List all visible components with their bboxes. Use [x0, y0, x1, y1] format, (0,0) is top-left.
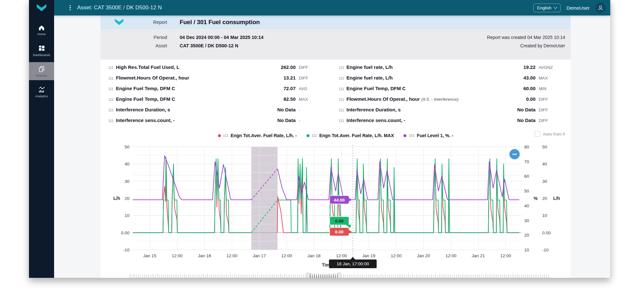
- chart-legend: 111Engn Tot.Aver. Fuel Rate, L/h. -111En…: [100, 131, 571, 140]
- axes-from-0-toggle[interactable]: Axes from 0: [535, 131, 565, 137]
- legend-prefix: 101: [409, 134, 414, 137]
- metric-prefix: 111: [108, 66, 116, 70]
- metric-prefix: 111: [339, 66, 346, 70]
- right-lh-axis-tick: -10: [542, 248, 549, 252]
- metric-aggregation: MAX: [539, 76, 557, 80]
- metric-value: No Data: [517, 107, 535, 112]
- left-axis-tick: -10: [123, 248, 129, 252]
- svg-text:44.00: 44.00: [334, 198, 345, 203]
- x-axis-tick: Jan 18: [308, 253, 321, 258]
- kebab-menu-icon[interactable]: [68, 4, 72, 12]
- created-by-text: Created by DemoUser: [520, 43, 565, 48]
- right-pct-axis-tick: 40: [524, 203, 529, 208]
- left-axis-tick: 0.00: [121, 231, 129, 235]
- metric-value: 43.00: [523, 75, 535, 80]
- legend-label: Engn Tot.Aver. Fuel Rate, L/h. MAX: [319, 133, 394, 138]
- legend-item[interactable]: 101Fuel Level 1, %. -: [403, 133, 453, 138]
- metric-prefix: 111: [108, 119, 116, 123]
- period-value: 04 Dec 2024 00:00 - 04 Mar 2025 10:14: [180, 35, 263, 40]
- right-pct-axis-tick: 20: [524, 233, 529, 238]
- meta-row-asset: Asset CAT 3500E / DK D500-12 N Created b…: [100, 42, 571, 50]
- metric-value: 262.00: [281, 64, 296, 70]
- scrubber-handle-right[interactable]: [338, 272, 341, 278]
- sidebar-item-dashboards[interactable]: Dashboards: [29, 42, 54, 60]
- metric-row: 111Engine Fuel Temp, DFM C82.50MAX: [108, 96, 317, 107]
- x-axis-tick: Jan 19: [362, 253, 375, 258]
- metric-value: No Data: [277, 118, 296, 123]
- metric-name: High Res.Total Fuel Used, L: [116, 64, 179, 70]
- metric-name: Interference sens.count, -: [116, 118, 175, 123]
- metric-value: No Data: [277, 107, 296, 112]
- metric-aggregation: -: [299, 108, 317, 112]
- tooltip-value-badge: 44.00: [330, 196, 352, 204]
- scrubber-handle-left[interactable]: [306, 272, 309, 278]
- metric-name: Engine fuel rate, L/h: [346, 75, 393, 80]
- report-meta: Period 04 Dec 2024 00:00 - 04 Mar 2025 1…: [100, 29, 571, 60]
- metrics-table: 111High Res.Total Fuel Used, L262.00DIFF…: [100, 60, 571, 131]
- metric-value: 60.00: [523, 86, 535, 91]
- legend-item[interactable]: 111Engn Tot.Aver. Fuel Rate, L/h. MAX: [307, 133, 394, 138]
- left-axis-tick: 20: [125, 196, 129, 201]
- language-selector[interactable]: English: [533, 4, 561, 12]
- metric-row: 111Interference Duration, sNo Data-: [108, 107, 317, 118]
- series-line: [133, 155, 251, 200]
- metric-prefix: 111: [339, 108, 346, 112]
- right-lh-axis-tick: 20: [542, 196, 547, 201]
- legend-label: Fuel Level 1, %. -: [417, 133, 453, 138]
- series-line: [278, 159, 519, 232]
- period-label: Period: [100, 35, 167, 40]
- metric-row: 111Engine fuel rate, L/h43.00MAX: [339, 75, 557, 86]
- user-avatar[interactable]: [595, 3, 606, 13]
- right-pct-axis-tick: 50: [524, 189, 529, 193]
- user-name: DemoUser: [566, 5, 590, 11]
- left-axis-tick: 30: [125, 179, 129, 184]
- meta-row-period: Period 04 Dec 2024 00:00 - 04 Mar 2025 1…: [100, 33, 571, 42]
- axes-from-0-label: Axes from 0: [543, 132, 565, 137]
- metric-name: Flowmet.Hours Of Operat., hour: [116, 75, 189, 80]
- metric-prefix: 111: [108, 87, 116, 91]
- x-axis-tick: Jan 20: [417, 253, 430, 258]
- chart-range-scrubber[interactable]: [100, 271, 571, 278]
- x-axis-tick: 12:00: [336, 253, 347, 258]
- asset-label: Asset: [100, 43, 167, 48]
- language-label: English: [537, 5, 551, 10]
- analytics-chart-icon: [38, 86, 45, 93]
- axes-from-0-checkbox[interactable]: [535, 131, 540, 137]
- sidebar-item-home[interactable]: Home: [29, 21, 54, 39]
- zoom-out-button[interactable]: [509, 149, 520, 159]
- legend-label: Engn Tot.Aver. Fuel Rate, L/h. -: [231, 133, 297, 138]
- brand-logo: [29, 0, 54, 15]
- x-axis-tick: 12:00: [281, 253, 292, 258]
- left-axis-title: L/h: [113, 196, 120, 201]
- sidebar-item-reports[interactable]: Reports: [29, 62, 54, 80]
- brand-chevron-icon: [36, 4, 47, 12]
- right-pct-axis-title: %: [534, 196, 538, 201]
- metric-prefix: 111: [339, 98, 346, 101]
- metric-value: 0.00: [526, 96, 535, 102]
- metric-prefix: 111: [339, 87, 346, 91]
- legend-prefix: 111: [312, 134, 317, 137]
- right-pct-axis-tick: 80: [524, 145, 529, 149]
- sidebar-item-analytics[interactable]: Analytics: [29, 83, 54, 101]
- right-pct-axis-tick: 30: [524, 218, 529, 223]
- x-axis-tick: 12:00: [391, 253, 402, 258]
- metric-note: (9.5. - Interference): [421, 97, 459, 102]
- home-icon: [38, 25, 45, 31]
- metric-row: 111Engine Fuel Temp, DFM C60.00MIN: [339, 86, 557, 96]
- metric-prefix: 111: [339, 76, 346, 80]
- metric-name: Interference Duration, s: [116, 107, 170, 112]
- svg-text:0.00: 0.00: [335, 230, 344, 234]
- sidebar-item-label: Dashboards: [33, 53, 50, 57]
- right-pct-axis-tick: 60: [524, 174, 529, 179]
- series-line: [278, 162, 519, 200]
- x-axis-tick: Jan 15: [143, 253, 156, 258]
- metric-row: 111Engine fuel rate, L/h19.22AVGNZ: [339, 64, 557, 75]
- main-area: Asset: CAT 3500E / DK D500-12 N English …: [54, 0, 610, 278]
- report-label: Report: [100, 20, 167, 25]
- metrics-column-left: 111High Res.Total Fuel Used, L262.00DIFF…: [100, 64, 336, 128]
- metric-value: 19.22: [523, 64, 535, 70]
- legend-item[interactable]: 111Engn Tot.Aver. Fuel Rate, L/h. -: [218, 133, 297, 138]
- metric-row: 111Engine Fuel Temp, DFM C72.07AVG: [108, 86, 317, 96]
- fuel-consumption-chart[interactable]: 44.000.000.0050403020100.00-108070605040…: [100, 140, 571, 271]
- metric-name: Engine Fuel Temp, DFM C: [116, 96, 175, 102]
